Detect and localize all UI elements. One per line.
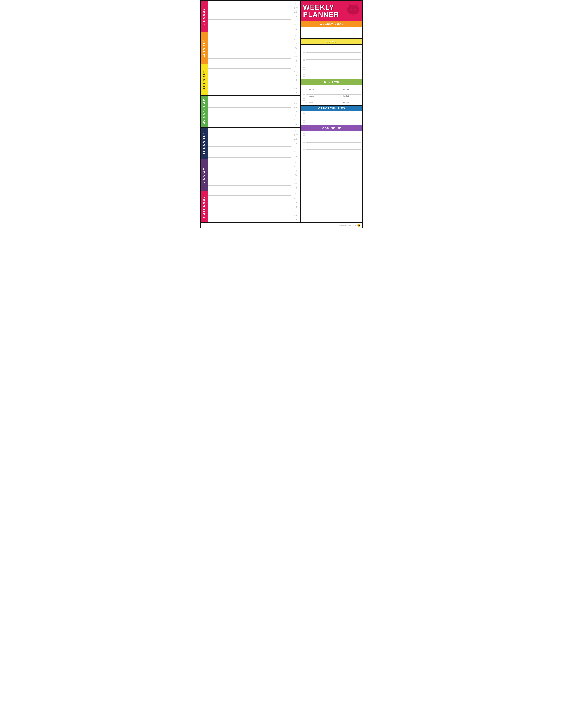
todo-item bbox=[303, 57, 361, 60]
svg-point-0 bbox=[351, 9, 352, 10]
twitter-icon: ✓ bbox=[296, 119, 298, 121]
todo-item bbox=[303, 71, 361, 73]
link-icon: ⚇ bbox=[294, 56, 296, 57]
day-block-tuesday: TUESDAY ✉f ▦g⁺ ☁▣ ⊡p ✧t ⚇✓ ✎▶ bbox=[200, 64, 301, 96]
todo-item bbox=[303, 64, 361, 66]
cloud-icon: ☁ bbox=[294, 202, 296, 203]
icon-pair: ✎▶ bbox=[295, 187, 298, 189]
icon-pair: ✎▶ bbox=[295, 28, 298, 30]
email-icon: ✉ bbox=[295, 130, 296, 131]
day-line bbox=[208, 214, 291, 217]
cat-decoration bbox=[346, 3, 360, 20]
review-block: Company: Due Date: Comp bbox=[301, 85, 363, 105]
opportunity-line bbox=[307, 113, 361, 116]
icon-pair: ☁▣ bbox=[294, 11, 298, 13]
gplus-icon: g⁺ bbox=[296, 166, 298, 167]
icon-pair: ✧t bbox=[295, 179, 297, 180]
trash-icon: ⊡ bbox=[295, 111, 296, 112]
icon-pair: ⚇✓ bbox=[294, 151, 298, 153]
due-date-value-line bbox=[351, 101, 361, 103]
facebook-icon: f bbox=[297, 130, 297, 131]
icon-pair: ▦g⁺ bbox=[294, 102, 298, 104]
icon-pair: ✉f bbox=[295, 193, 297, 195]
cloud-icon: ☁ bbox=[294, 138, 296, 140]
gplus-icon: g⁺ bbox=[296, 39, 298, 40]
icon-pair: ☁▣ bbox=[294, 138, 298, 140]
coming-up-item bbox=[303, 147, 361, 150]
due-date-group: Due Date: bbox=[343, 101, 361, 103]
day-line bbox=[208, 147, 291, 150]
icon-pair: ▦g⁺ bbox=[294, 39, 298, 40]
pinterest-icon: p bbox=[297, 79, 297, 81]
day-line bbox=[208, 20, 291, 23]
icon-pair: ✉f bbox=[295, 3, 297, 4]
gplus-icon: g⁺ bbox=[296, 102, 298, 104]
day-line bbox=[208, 41, 291, 44]
coming-up-line bbox=[307, 137, 361, 139]
icon-pair: ☁▣ bbox=[294, 43, 298, 45]
company-value-line bbox=[316, 101, 340, 103]
checkbox-circle bbox=[303, 137, 305, 139]
day-line bbox=[208, 13, 291, 16]
icon-pair: ⊡p bbox=[295, 142, 297, 144]
icon-pair: ✧t bbox=[295, 52, 297, 53]
header-title: WEEKLY PLANNER bbox=[303, 4, 339, 18]
instagram-icon: ▣ bbox=[296, 43, 298, 45]
day-icons-saturday: ✉f ▦g⁺ ☁▣ ⊡p ✧t ⚇✓ ✎▶ bbox=[291, 191, 301, 222]
day-content-thursday bbox=[208, 128, 291, 159]
checkbox-circle bbox=[303, 67, 305, 70]
coming-up-label: COMING UP bbox=[322, 126, 341, 130]
day-content-sunday bbox=[208, 1, 291, 32]
review-meta: Company: Due Date: bbox=[303, 95, 361, 97]
link-icon: ⚇ bbox=[294, 214, 296, 216]
day-line bbox=[208, 9, 291, 12]
footer-url: www.blackcatnails.com bbox=[339, 225, 356, 227]
checkbox-circle bbox=[303, 133, 305, 136]
chart-icon: ▦ bbox=[294, 166, 296, 167]
star-icon: ✧ bbox=[295, 179, 296, 180]
edit-icon: ✎ bbox=[295, 155, 296, 157]
icon-pair: ☁▣ bbox=[294, 202, 298, 203]
review-meta: Company: Due Date: bbox=[303, 101, 361, 103]
star-icon: ✧ bbox=[295, 83, 296, 85]
opportunity-line bbox=[307, 120, 361, 123]
left-column: SUNDAY ✉f ▦g⁺ ☁▣ ⊡p ✧t ⚇✓ ✎▶ bbox=[200, 1, 301, 222]
email-icon: ✉ bbox=[295, 3, 296, 4]
instagram-icon: ▣ bbox=[296, 202, 298, 203]
checkbox-circle bbox=[303, 120, 305, 123]
coming-up-item bbox=[303, 140, 361, 143]
day-block-friday: FRIDAY ✉f ▦g⁺ ☁▣ ⊡p ✧t ⚇✓ ✎▶ bbox=[200, 159, 301, 191]
chart-icon: ▦ bbox=[294, 134, 296, 136]
day-block-monday: MONDAY ✉f ▦g⁺ ☁▣ ⊡p ✧t ⚇✓ ✎▶ bbox=[200, 32, 301, 64]
chart-icon: ▦ bbox=[294, 198, 296, 199]
day-icons-sunday: ✉f ▦g⁺ ☁▣ ⊡p ✧t ⚇✓ ✎▶ bbox=[291, 1, 301, 32]
day-label-sunday: SUNDAY bbox=[200, 1, 208, 32]
youtube-icon: ▶ bbox=[296, 124, 298, 125]
star-icon: ✧ bbox=[295, 210, 296, 212]
day-icons-thursday: ✉f ▦g⁺ ☁▣ ⊡p ✧t ⚇✓ ✎▶ bbox=[291, 128, 301, 159]
day-line bbox=[208, 155, 291, 158]
opportunity-item bbox=[303, 113, 361, 116]
coming-up-item bbox=[303, 133, 361, 136]
edit-icon: ✎ bbox=[295, 92, 296, 93]
instagram-icon: ▣ bbox=[296, 75, 298, 76]
cloud-icon: ☁ bbox=[294, 11, 296, 13]
day-block-saturday: SATURDAY ✉f ▦g⁺ ☁▣ ⊡p ✧t ⚇✓ ✎▶ bbox=[200, 191, 301, 222]
due-date-group: Due Date: bbox=[343, 89, 361, 91]
pinterest-icon: p bbox=[297, 142, 297, 144]
day-line bbox=[208, 123, 291, 126]
instagram-icon: ▣ bbox=[296, 170, 298, 172]
weekly-goal-lines bbox=[301, 27, 363, 39]
footer-cat-icon: 🐱 bbox=[357, 224, 361, 227]
day-line bbox=[208, 48, 291, 51]
day-label-thursday: THURSDAY bbox=[200, 128, 208, 159]
checkbox-circle bbox=[303, 64, 305, 66]
day-line bbox=[208, 112, 291, 115]
checkbox-circle bbox=[303, 57, 305, 60]
review-top bbox=[303, 86, 361, 88]
gplus-icon: g⁺ bbox=[296, 7, 298, 9]
due-date-label: Due Date: bbox=[343, 95, 350, 97]
trash-icon: ⊡ bbox=[295, 47, 296, 49]
gplus-icon: g⁺ bbox=[296, 134, 298, 136]
instagram-icon: ▣ bbox=[296, 107, 298, 108]
